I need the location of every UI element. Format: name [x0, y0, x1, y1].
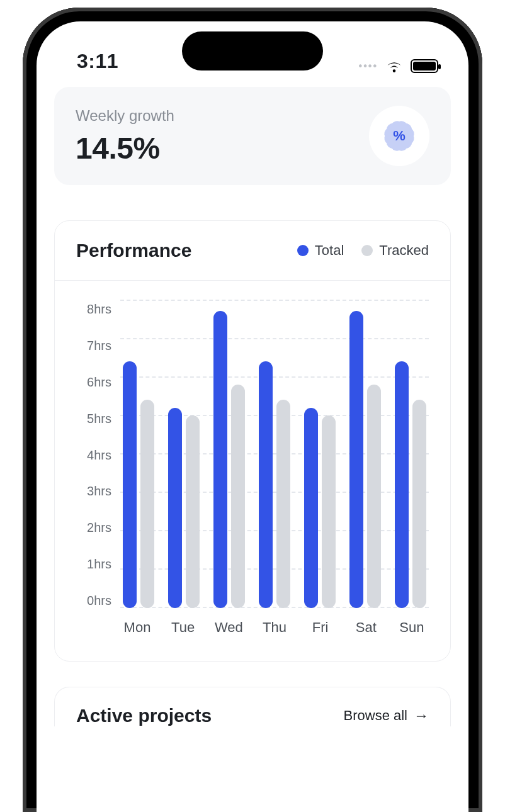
x-tick: Tue: [166, 619, 200, 636]
legend-tracked[interactable]: Tracked: [361, 242, 429, 259]
x-tick: Fri: [304, 619, 338, 636]
bar-total[interactable]: [168, 408, 182, 609]
bar-total[interactable]: [349, 311, 363, 608]
chart-legend: Total Tracked: [297, 242, 429, 259]
wifi-icon: [385, 59, 403, 73]
browse-all-link[interactable]: Browse all →: [344, 707, 429, 725]
notch: [182, 31, 323, 70]
cellular-dots-icon: ••••: [359, 60, 378, 72]
y-tick: 0hrs: [87, 594, 111, 608]
phone-frame: 3:11 •••• Weekly growth 14.5%: [23, 8, 482, 812]
y-tick: 2hrs: [87, 521, 111, 535]
legend-total[interactable]: Total: [297, 242, 344, 259]
y-tick: 4hrs: [87, 448, 111, 463]
legend-dot-icon: [361, 245, 373, 256]
performance-title: Performance: [76, 240, 191, 261]
bar-group[interactable]: [348, 311, 382, 608]
arrow-right-icon: →: [414, 707, 429, 725]
y-tick: 6hrs: [87, 375, 111, 390]
performance-chart: 8hrs7hrs6hrs5hrs4hrs3hrs2hrs1hrs0hrs Mon…: [55, 281, 450, 661]
y-tick: 5hrs: [87, 412, 111, 426]
performance-header: Performance Total Tracked: [55, 221, 450, 281]
weekly-growth-card[interactable]: Weekly growth 14.5% %: [54, 87, 451, 185]
bar-total[interactable]: [259, 361, 273, 608]
legend-dot-icon: [297, 245, 309, 256]
active-projects-card: Active projects Browse all →: [54, 687, 451, 726]
bar-tracked[interactable]: [186, 415, 200, 608]
percent-badge-icon: %: [387, 123, 412, 149]
projects-title: Active projects: [76, 705, 212, 726]
bar-group[interactable]: [167, 408, 201, 609]
bar-tracked[interactable]: [367, 385, 381, 608]
chart-y-axis: 8hrs7hrs6hrs5hrs4hrs3hrs2hrs1hrs0hrs: [76, 300, 111, 608]
x-tick: Thu: [258, 619, 292, 636]
bar-total[interactable]: [395, 361, 409, 608]
y-tick: 8hrs: [87, 302, 111, 317]
status-time: 3:11: [77, 50, 118, 73]
growth-label: Weekly growth: [76, 107, 174, 125]
bar-group[interactable]: [258, 361, 292, 608]
growth-value: 14.5%: [76, 131, 174, 166]
bar-total[interactable]: [304, 408, 318, 609]
performance-card: Performance Total Tracked: [54, 220, 451, 662]
x-tick: Sat: [349, 619, 383, 636]
battery-icon: [411, 59, 438, 73]
y-tick: 7hrs: [87, 339, 111, 353]
screen: 3:11 •••• Weekly growth 14.5%: [37, 21, 468, 812]
growth-icon-wrap: %: [369, 106, 429, 166]
bar-total[interactable]: [123, 361, 137, 608]
x-tick: Wed: [212, 619, 246, 636]
bar-tracked[interactable]: [231, 385, 245, 608]
y-tick: 1hrs: [87, 557, 111, 572]
bar-tracked[interactable]: [322, 415, 336, 608]
bar-tracked[interactable]: [412, 400, 426, 608]
x-tick: Mon: [120, 619, 154, 636]
bar-group[interactable]: [212, 311, 246, 608]
bar-tracked[interactable]: [140, 400, 154, 608]
x-tick: Sun: [395, 619, 429, 636]
bar-group[interactable]: [122, 361, 156, 608]
bar-tracked[interactable]: [276, 400, 290, 608]
bar-group[interactable]: [303, 408, 337, 609]
chart-x-axis: MonTueWedThuFriSatSun: [76, 619, 429, 636]
bar-total[interactable]: [213, 311, 227, 608]
chart-plot: [120, 300, 429, 608]
bar-group[interactable]: [394, 361, 428, 608]
y-tick: 3hrs: [87, 484, 111, 499]
